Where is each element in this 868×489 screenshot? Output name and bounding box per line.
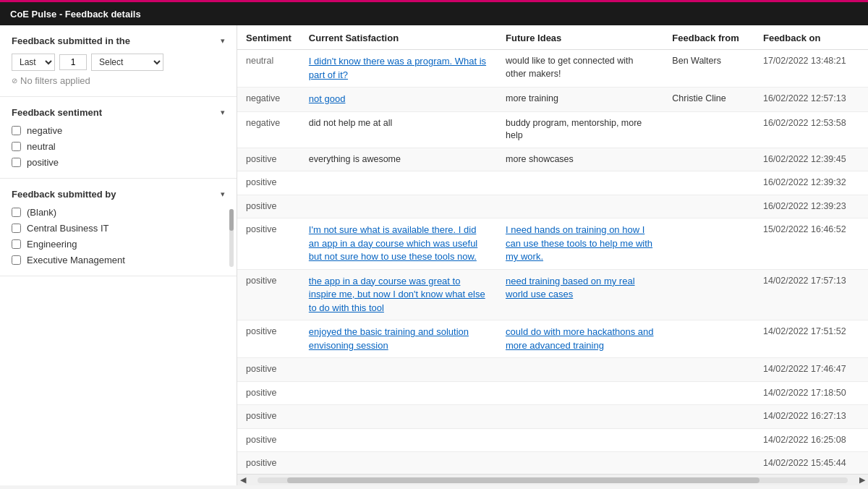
cell-satisfaction <box>300 358 497 382</box>
table-container[interactable]: Sentiment Current Satisfaction Future Id… <box>237 25 868 474</box>
last-select[interactable]: Last <box>12 54 55 71</box>
scroll-left-arrow[interactable]: ◀ <box>240 475 246 485</box>
cell-feedback-on: 16/02/2022 12:53:58 <box>754 111 868 148</box>
cell-future-ideas <box>497 405 663 429</box>
submitted-by-exec-checkbox[interactable] <box>12 255 21 265</box>
cell-feedback-from: Ben Walters <box>663 50 754 88</box>
cell-feedback-from <box>663 148 754 171</box>
sentiment-positive-item[interactable]: positive <box>12 157 225 168</box>
cell-future-ideas <box>497 428 663 452</box>
table-row: positive14/02/2022 17:46:47 <box>237 358 868 382</box>
submitted-by-title: Feedback submitted by <box>12 189 116 200</box>
period-select[interactable]: Select <box>91 54 163 71</box>
table-row: negativenot goodmore trainingChristie Cl… <box>237 88 868 112</box>
col-satisfaction: Current Satisfaction <box>300 25 497 50</box>
cell-satisfaction: I didn't know there was a program. What … <box>300 50 497 88</box>
cell-feedback-on: 14/02/2022 15:45:44 <box>754 452 868 475</box>
cell-feedback-from <box>663 218 754 270</box>
cell-feedback-from <box>663 320 754 358</box>
cell-future-ideas: buddy program, mentorship, more help <box>497 111 663 148</box>
sentiment-neutral-item[interactable]: neutral <box>12 141 225 152</box>
col-on: Feedback on <box>754 25 868 50</box>
submitted-by-chevron-icon: ▾ <box>221 190 225 199</box>
submitted-by-checkbox-list: (Blank) Central Business IT Engineering … <box>12 207 222 265</box>
submitted-by-central-checkbox[interactable] <box>12 224 21 233</box>
cell-feedback-on: 16/02/2022 12:39:32 <box>754 171 868 195</box>
submitted-by-central-item[interactable]: Central Business IT <box>12 223 222 234</box>
cell-feedback-from <box>663 452 754 475</box>
cell-future-ideas: would like to get connected with other m… <box>497 50 663 88</box>
cell-feedback-on: 14/02/2022 17:46:47 <box>754 358 868 382</box>
cell-satisfaction <box>300 381 497 405</box>
sentiment-header[interactable]: Feedback sentiment ▾ <box>12 107 225 118</box>
col-future: Future Ideas <box>497 25 663 50</box>
cell-feedback-on: 15/02/2022 16:46:52 <box>754 218 868 270</box>
cell-feedback-from: Christie Cline <box>663 88 754 112</box>
cell-satisfaction: enjoyed the basic training and solution … <box>300 320 497 358</box>
cell-feedback-on: 16/02/2022 12:57:13 <box>754 88 868 112</box>
submitted-by-blank-checkbox[interactable] <box>12 208 21 217</box>
submitted-by-blank-item[interactable]: (Blank) <box>12 207 222 218</box>
cell-feedback-from <box>663 195 754 218</box>
submitted-by-exec-item[interactable]: Executive Management <box>12 255 222 265</box>
submitted-by-section: Feedback submitted by ▾ (Blank) Central … <box>0 179 237 276</box>
scroll-right-arrow[interactable]: ▶ <box>859 475 865 485</box>
sentiment-negative-checkbox[interactable] <box>12 126 21 135</box>
cell-sentiment: positive <box>237 452 300 475</box>
cell-feedback-from <box>663 358 754 382</box>
cell-sentiment: positive <box>237 358 300 382</box>
submitted-by-engineering-item[interactable]: Engineering <box>12 239 222 250</box>
cell-sentiment: positive <box>237 148 300 171</box>
cell-feedback-on: 16/02/2022 12:39:45 <box>754 148 868 171</box>
sentiment-positive-label: positive <box>27 157 59 168</box>
cell-future-ideas <box>497 171 663 195</box>
submitted-by-engineering-label: Engineering <box>27 239 77 250</box>
cell-feedback-from <box>663 381 754 405</box>
sentiment-chevron-icon: ▾ <box>221 108 225 117</box>
submitted-by-scrollbar-track[interactable] <box>229 209 234 267</box>
cell-satisfaction <box>300 452 497 475</box>
sentiment-section: Feedback sentiment ▾ negative neutral po… <box>0 97 237 179</box>
sentiment-checkbox-list: negative neutral positive <box>12 125 225 168</box>
cell-feedback-on: 14/02/2022 16:27:13 <box>754 405 868 429</box>
cell-future-ideas <box>497 381 663 405</box>
filter-icon: ⊘ <box>12 77 17 85</box>
cell-future-ideas <box>497 452 663 475</box>
cell-sentiment: negative <box>237 88 300 112</box>
submitted-in-header[interactable]: Feedback submitted in the ▾ <box>12 35 225 46</box>
cell-satisfaction: did not help me at all <box>300 111 497 148</box>
cell-future-ideas: I need hands on training on how I can us… <box>497 218 663 270</box>
horizontal-scrollbar[interactable]: ◀ ▶ <box>237 474 868 485</box>
table-row: positiveeverything is awesomemore showca… <box>237 148 868 171</box>
cell-satisfaction <box>300 171 497 195</box>
submitted-by-engineering-checkbox[interactable] <box>12 239 21 249</box>
sentiment-negative-item[interactable]: negative <box>12 125 225 136</box>
sentiment-positive-checkbox[interactable] <box>12 158 21 167</box>
submitted-in-section: Feedback submitted in the ▾ Last Select … <box>0 25 237 97</box>
sentiment-neutral-checkbox[interactable] <box>12 142 21 151</box>
cell-feedback-on: 14/02/2022 17:57:13 <box>754 269 868 320</box>
cell-sentiment: positive <box>237 195 300 218</box>
h-scrollbar-thumb[interactable] <box>287 477 760 483</box>
table-row: positiveenjoyed the basic training and s… <box>237 320 868 358</box>
table-row: positive14/02/2022 16:25:08 <box>237 428 868 452</box>
submitted-by-exec-label: Executive Management <box>27 255 125 265</box>
h-scrollbar-track[interactable] <box>258 477 848 483</box>
col-sentiment: Sentiment <box>237 25 300 50</box>
submitted-by-scrollbar-thumb[interactable] <box>229 209 234 231</box>
cell-feedback-from <box>663 111 754 148</box>
last-number-input[interactable] <box>59 54 87 70</box>
cell-satisfaction: not good <box>300 88 497 112</box>
cell-feedback-on: 14/02/2022 17:51:52 <box>754 320 868 358</box>
table-row: negativedid not help me at allbuddy prog… <box>237 111 868 148</box>
table-row: positive14/02/2022 17:18:50 <box>237 381 868 405</box>
sentiment-negative-label: negative <box>27 125 62 136</box>
cell-satisfaction: everything is awesome <box>300 148 497 171</box>
table-row: positive16/02/2022 12:39:23 <box>237 195 868 218</box>
cell-satisfaction <box>300 428 497 452</box>
submitted-by-header[interactable]: Feedback submitted by ▾ <box>12 189 225 200</box>
cell-feedback-from <box>663 171 754 195</box>
title-bar: CoE Pulse - Feedback details <box>0 0 868 25</box>
table-row: neutralI didn't know there was a program… <box>237 50 868 88</box>
submitted-by-central-label: Central Business IT <box>27 223 109 234</box>
